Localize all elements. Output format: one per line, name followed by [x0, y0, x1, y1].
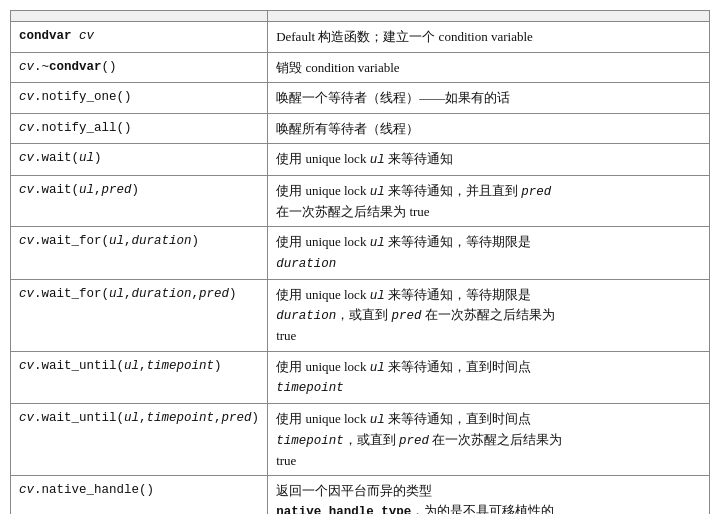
- table-row: cv.native_handle()返回一个因平台而异的类型native_han…: [11, 476, 710, 515]
- op-cell: cv.~condvar(): [11, 52, 268, 83]
- eff-cell: 使用 unique lock ul 来等待通知，等待期限是duration，或直…: [268, 279, 710, 351]
- table-row: cv.wait(ul)使用 unique lock ul 来等待通知: [11, 144, 710, 176]
- col-header-op: [11, 11, 268, 22]
- op-cell: cv.wait_for(ul,duration): [11, 227, 268, 280]
- eff-cell: 返回一个因平台而异的类型native_handle_type，为的是不具可移植性…: [268, 476, 710, 515]
- table-row: condvar cvDefault 构造函数；建立一个 condition va…: [11, 22, 710, 53]
- eff-cell: 使用 unique lock ul 来等待通知，并且直到 pred在一次苏醒之后…: [268, 175, 710, 226]
- op-cell: cv.wait(ul,pred): [11, 175, 268, 226]
- table-row: cv.wait_until(ul,timepoint,pred)使用 uniqu…: [11, 404, 710, 476]
- eff-cell: 使用 unique lock ul 来等待通知: [268, 144, 710, 176]
- eff-cell: 唤醒一个等待者（线程）——如果有的话: [268, 83, 710, 114]
- op-cell: cv.native_handle(): [11, 476, 268, 515]
- eff-cell: Default 构造函数；建立一个 condition variable: [268, 22, 710, 53]
- table-row: cv.~condvar()销毁 condition variable: [11, 52, 710, 83]
- table-row: cv.wait(ul,pred)使用 unique lock ul 来等待通知，…: [11, 175, 710, 226]
- table-row: cv.notify_one()唤醒一个等待者（线程）——如果有的话: [11, 83, 710, 114]
- op-cell: cv.notify_all(): [11, 113, 268, 144]
- eff-cell: 唤醒所有等待者（线程）: [268, 113, 710, 144]
- op-cell: cv.wait(ul): [11, 144, 268, 176]
- col-header-eff: [268, 11, 710, 22]
- eff-cell: 销毁 condition variable: [268, 52, 710, 83]
- table-header-row: [11, 11, 710, 22]
- op-cell: cv.notify_one(): [11, 83, 268, 114]
- op-cell: cv.wait_until(ul,timepoint,pred): [11, 404, 268, 476]
- reference-table: condvar cvDefault 构造函数；建立一个 condition va…: [10, 10, 710, 514]
- page-container: condvar cvDefault 构造函数；建立一个 condition va…: [10, 10, 710, 514]
- eff-cell: 使用 unique lock ul 来等待通知，直到时间点timepoint: [268, 351, 710, 404]
- table-row: cv.wait_until(ul,timepoint)使用 unique loc…: [11, 351, 710, 404]
- eff-cell: 使用 unique lock ul 来等待通知，等待期限是duration: [268, 227, 710, 280]
- op-cell: cv.wait_for(ul,duration,pred): [11, 279, 268, 351]
- op-cell: condvar cv: [11, 22, 268, 53]
- table-row: cv.wait_for(ul,duration)使用 unique lock u…: [11, 227, 710, 280]
- eff-cell: 使用 unique lock ul 来等待通知，直到时间点timepoint，或…: [268, 404, 710, 476]
- op-cell: cv.wait_until(ul,timepoint): [11, 351, 268, 404]
- table-row: cv.notify_all()唤醒所有等待者（线程）: [11, 113, 710, 144]
- table-row: cv.wait_for(ul,duration,pred)使用 unique l…: [11, 279, 710, 351]
